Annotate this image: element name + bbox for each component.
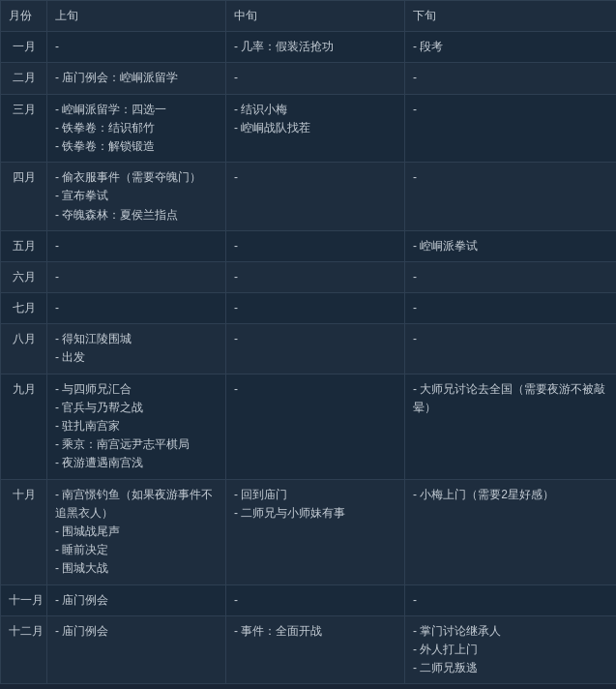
early-cell: - 偷衣服事件（需要夺魄门）- 宣布拳试- 夺魄森林：夏侯兰指点 — [47, 163, 226, 231]
month-cell: 七月 — [1, 293, 47, 324]
late-cell: - — [405, 324, 617, 374]
month-cell: 八月 — [1, 324, 47, 374]
month-cell: 二月 — [1, 63, 47, 94]
early-cell: - 南宫憬钓鱼（如果夜游事件不追黑衣人）- 围城战尾声- 睡前决定- 围城大战 — [47, 479, 226, 584]
mid-cell: - — [226, 163, 405, 231]
early-cell: - 与四师兄汇合- 官兵与乃帮之战- 驻扎南宫家- 乘京：南宫远尹志平棋局- 夜… — [47, 374, 226, 479]
early-cell: - 庙门例会 — [47, 615, 226, 684]
early-cell: - — [47, 293, 226, 324]
early-cell: - — [47, 230, 226, 261]
early-cell: - 庙门例会 — [47, 584, 226, 615]
early-cell: - 崆峒派留学：四选一- 铁拳卷：结识郁竹- 铁拳卷：解锁锻造 — [47, 94, 226, 163]
month-cell: 十一月 — [1, 584, 47, 615]
late-cell: - 段考 — [405, 32, 617, 63]
month-cell: 四月 — [1, 163, 47, 231]
month-cell: 三月 — [1, 94, 47, 163]
header-mid: 中旬 — [226, 1, 405, 32]
late-cell: - 崆峒派拳试 — [405, 230, 617, 261]
month-cell: 九月 — [1, 374, 47, 479]
late-cell: - — [405, 63, 617, 94]
header-late: 下旬 — [405, 1, 617, 32]
month-cell: 十月 — [1, 479, 47, 584]
mid-cell: - — [226, 293, 405, 324]
month-cell: 十二月 — [1, 615, 47, 684]
late-cell: - 大师兄讨论去全国（需要夜游不被敲晕） — [405, 374, 617, 479]
mid-cell: - — [226, 374, 405, 479]
late-cell: - — [405, 584, 617, 615]
mid-cell: - — [226, 584, 405, 615]
late-cell: - — [405, 293, 617, 324]
month-cell: 一月 — [1, 32, 47, 63]
mid-cell: - — [226, 230, 405, 261]
early-cell: - 庙门例会：崆峒派留学 — [47, 63, 226, 94]
month-cell: 五月 — [1, 230, 47, 261]
mid-cell: - — [226, 261, 405, 292]
early-cell: - — [47, 261, 226, 292]
month-cell: 六月 — [1, 261, 47, 292]
late-cell: - — [405, 261, 617, 292]
mid-cell: - 回到庙门- 二师兄与小师妹有事 — [226, 479, 405, 584]
late-cell: - 掌门讨论继承人- 外人打上门- 二师兄叛逃 — [405, 615, 617, 684]
header-month: 月份 — [1, 1, 47, 32]
mid-cell: - 结识小梅- 崆峒战队找茬 — [226, 94, 405, 163]
late-cell: - 小梅上门（需要2星好感） — [405, 479, 617, 584]
mid-cell: - — [226, 63, 405, 94]
mid-cell: - 事件：全面开战 — [226, 615, 405, 684]
mid-cell: - 几率：假装活抢功 — [226, 32, 405, 63]
late-cell: - — [405, 163, 617, 231]
mid-cell: - — [226, 324, 405, 374]
early-cell: - — [47, 32, 226, 63]
late-cell: - — [405, 94, 617, 163]
header-early: 上旬 — [47, 1, 226, 32]
early-cell: - 得知江陵围城- 出发 — [47, 324, 226, 374]
